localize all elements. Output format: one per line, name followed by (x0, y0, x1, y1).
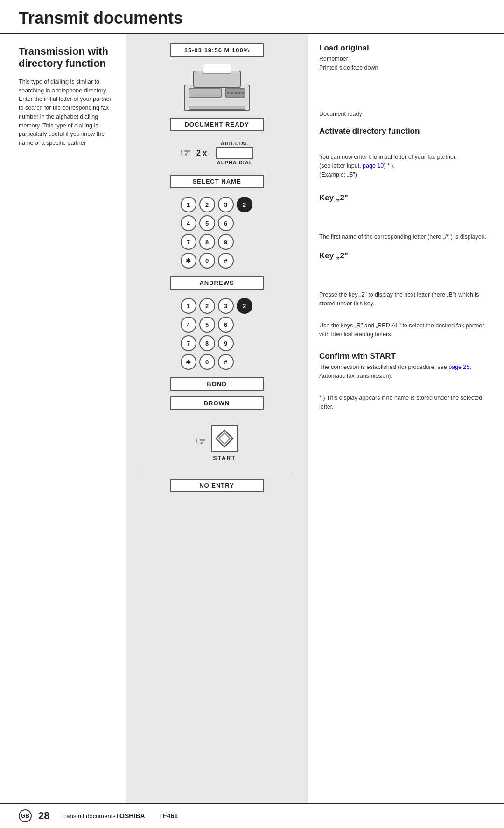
key-4[interactable]: 4 (181, 215, 196, 231)
brown-section: Use the keys „R" and „REDIAL" to select … (319, 321, 495, 339)
select-name-text1: You can now enter the initial letter of … (319, 153, 495, 162)
svg-point-7 (234, 92, 237, 94)
footer-left: GB 28 Transmit documents (19, 809, 116, 822)
no-entry-display: NO ENTRY (170, 479, 264, 492)
keypad-2: 1 2 3 2 4 5 6 7 8 9 ✱ 0 # (181, 298, 253, 371)
andrews-section: The first name of the corresponding lett… (319, 233, 495, 241)
doc-ready-section: Document ready (319, 110, 495, 119)
left-column: Transmission with directory function Thi… (0, 34, 126, 809)
key-2-highlight-1[interactable]: 2 (237, 197, 252, 212)
bond-display: BOND (170, 377, 264, 391)
key-2-highlight-2[interactable]: 2 (237, 298, 252, 314)
section-heading: Transmission with directory function (19, 45, 116, 70)
noentry-section: * ) This display appears if no name is s… (319, 394, 495, 411)
abb-dial-label: ABB.DIAL (221, 141, 249, 146)
hand-icon-2: ☞ (196, 435, 206, 449)
page-number: 28 (38, 810, 49, 822)
select-name-text2: (see letter input, page 10) * ). (319, 162, 495, 170)
svg-rect-3 (189, 89, 222, 97)
andrews-display: ANDREWS (170, 276, 264, 290)
key-hash-b[interactable]: # (218, 354, 234, 370)
key-5b[interactable]: 5 (199, 317, 215, 333)
key-2b-left[interactable]: 2 (199, 298, 215, 314)
load-original-section: Load original Remember: Printed side fac… (319, 43, 495, 72)
confirm-heading: Confirm with START (319, 352, 495, 361)
key-2a[interactable]: 2 (199, 197, 215, 212)
key-9[interactable]: 9 (218, 234, 234, 250)
keypad-1: 1 2 3 2 4 5 6 7 8 9 ✱ 0 # (181, 197, 253, 269)
start-label: START (213, 455, 236, 461)
key-hash[interactable]: # (218, 253, 234, 269)
center-column: 15-03 19:56 M 100% (126, 34, 308, 809)
key2b-section: Key „2" (319, 251, 495, 262)
footer: GB 28 Transmit documents TOSHIBA TF461 (0, 803, 504, 828)
page-title: Transmit documents (19, 8, 485, 28)
page-title-bar: Transmit documents (0, 0, 504, 34)
footer-center-text: Transmit documents (61, 813, 115, 820)
key-0b[interactable]: 0 (199, 354, 215, 370)
footer-brand: TOSHIBA (116, 812, 145, 820)
key-8[interactable]: 8 (199, 234, 215, 250)
key-4b[interactable]: 4 (181, 317, 196, 333)
bond-text1: Presse the key „2" to display the next l… (319, 290, 495, 308)
key2a-heading: Key „2" (319, 193, 495, 203)
confirm-text1: The connection is established (for proce… (319, 363, 495, 381)
right-column: Load original Remember: Printed side fac… (308, 34, 504, 809)
country-code-badge: GB (19, 809, 32, 822)
key-8b[interactable]: 8 (199, 335, 215, 351)
key-1[interactable]: 1 (181, 197, 196, 212)
key-9b[interactable]: 9 (218, 335, 234, 351)
select-name-text3: (Example: „B") (319, 170, 495, 179)
key-1b[interactable]: 1 (181, 298, 196, 314)
svg-rect-2 (203, 64, 231, 73)
page10-link[interactable]: page 10 (363, 163, 384, 169)
activate-heading: Activate directory function (319, 127, 495, 136)
key-3b[interactable]: 3 (218, 298, 234, 314)
svg-point-9 (242, 92, 244, 94)
abb-dial-button[interactable] (216, 147, 253, 159)
alpha-dial-label: ALPHA.DIAL (217, 160, 253, 165)
section-description: This type of dialling is similar to sear… (19, 78, 116, 148)
noentry-text1: * ) This display appears if no name is s… (319, 394, 495, 411)
svg-point-6 (231, 92, 233, 94)
load-original-text1: Remember: (319, 55, 495, 64)
key-6b[interactable]: 6 (218, 317, 234, 333)
select-name-display: SELECT NAME (170, 175, 264, 188)
hand-icon-1: ☞ (180, 146, 191, 160)
key-6[interactable]: 6 (218, 215, 234, 231)
display-screen-1: 15-03 19:56 M 100% (170, 43, 264, 57)
start-button-area[interactable]: START (211, 425, 238, 461)
doc-ready-text: Document ready (319, 110, 495, 119)
page25-link[interactable]: page 25 (448, 364, 469, 370)
key-7[interactable]: 7 (181, 234, 196, 250)
footer-right: TOSHIBA TF461 (116, 812, 178, 820)
display-screen-2: DOCUMENT READY (170, 118, 264, 131)
brown-text1: Use the keys „R" and „REDIAL" to select … (319, 321, 495, 339)
fax-machine-image (180, 62, 254, 113)
start-button[interactable] (211, 425, 238, 452)
svg-point-8 (238, 92, 240, 94)
key-7b[interactable]: 7 (181, 335, 196, 351)
load-original-heading: Load original (319, 43, 495, 53)
svg-point-5 (227, 92, 229, 94)
key-star[interactable]: ✱ (181, 253, 196, 269)
load-original-text2: Printed side face down (319, 64, 495, 72)
footer-model: TF461 (159, 812, 178, 820)
select-name-section: You can now enter the initial letter of … (319, 153, 495, 179)
andrews-text1: The first name of the corresponding lett… (319, 233, 495, 241)
no-entry-section: NO ENTRY (140, 474, 294, 497)
key-star-b[interactable]: ✱ (181, 354, 196, 370)
key-5[interactable]: 5 (199, 215, 215, 231)
svg-rect-10 (189, 106, 245, 110)
bond-section: Presse the key „2" to display the next l… (319, 290, 495, 308)
brown-display: BROWN (170, 396, 264, 410)
times-label: 2 x (196, 149, 207, 157)
key-3[interactable]: 3 (218, 197, 234, 212)
confirm-section: Confirm with START The connection is est… (319, 352, 495, 381)
key-0[interactable]: 0 (199, 253, 215, 269)
key2a-section: Key „2" (319, 193, 495, 205)
activate-section: Activate directory function (319, 127, 495, 138)
key2b-heading: Key „2" (319, 251, 495, 261)
